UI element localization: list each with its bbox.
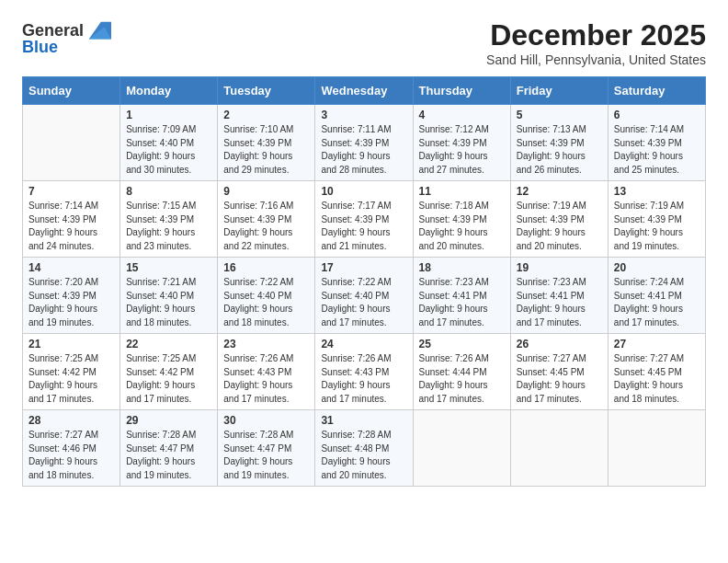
- day-number: 15: [126, 261, 211, 274]
- day-info: Sunrise: 7:22 AMSunset: 4:40 PMDaylight:…: [223, 276, 309, 329]
- day-cell: 21Sunrise: 7:25 AMSunset: 4:42 PMDayligh…: [23, 334, 120, 410]
- day-cell: 17Sunrise: 7:22 AMSunset: 4:40 PMDayligh…: [315, 258, 413, 334]
- day-cell: 2Sunrise: 7:10 AMSunset: 4:39 PMDaylight…: [218, 105, 315, 181]
- day-cell: 3Sunrise: 7:11 AMSunset: 4:39 PMDaylight…: [315, 105, 413, 181]
- week-row-2: 7Sunrise: 7:14 AMSunset: 4:39 PMDaylight…: [23, 181, 706, 258]
- day-number: 2: [223, 109, 309, 121]
- day-info: Sunrise: 7:28 AMSunset: 4:47 PMDaylight:…: [126, 429, 211, 482]
- day-info: Sunrise: 7:21 AMSunset: 4:40 PMDaylight:…: [126, 276, 211, 329]
- day-cell: [510, 410, 608, 487]
- day-info: Sunrise: 7:22 AMSunset: 4:40 PMDaylight:…: [321, 276, 406, 329]
- weekday-header-tuesday: Tuesday: [218, 77, 315, 105]
- day-info: Sunrise: 7:09 AMSunset: 4:40 PMDaylight:…: [126, 123, 211, 177]
- day-number: 12: [517, 185, 602, 198]
- day-cell: 19Sunrise: 7:23 AMSunset: 4:41 PMDayligh…: [510, 258, 608, 334]
- month-title: December 2025: [486, 18, 706, 52]
- day-cell: 28Sunrise: 7:27 AMSunset: 4:46 PMDayligh…: [23, 410, 120, 487]
- day-cell: 7Sunrise: 7:14 AMSunset: 4:39 PMDaylight…: [23, 181, 120, 258]
- logo: General Blue: [22, 18, 111, 57]
- day-cell: 10Sunrise: 7:17 AMSunset: 4:39 PMDayligh…: [315, 181, 413, 258]
- day-info: Sunrise: 7:26 AMSunset: 4:44 PMDaylight:…: [419, 352, 505, 406]
- day-cell: 11Sunrise: 7:18 AMSunset: 4:39 PMDayligh…: [413, 181, 510, 258]
- day-number: 10: [321, 185, 406, 198]
- day-cell: 29Sunrise: 7:28 AMSunset: 4:47 PMDayligh…: [120, 410, 218, 487]
- day-number: 6: [614, 109, 700, 121]
- day-number: 17: [321, 261, 406, 274]
- day-number: 18: [419, 261, 505, 274]
- day-number: 9: [223, 185, 309, 198]
- weekday-header-sunday: Sunday: [23, 77, 120, 105]
- weekday-header-wednesday: Wednesday: [315, 77, 413, 105]
- day-cell: 15Sunrise: 7:21 AMSunset: 4:40 PMDayligh…: [120, 258, 218, 334]
- day-cell: 12Sunrise: 7:19 AMSunset: 4:39 PMDayligh…: [510, 181, 608, 258]
- day-info: Sunrise: 7:28 AMSunset: 4:47 PMDaylight:…: [223, 429, 309, 482]
- day-cell: 9Sunrise: 7:16 AMSunset: 4:39 PMDaylight…: [218, 181, 315, 258]
- day-cell: 22Sunrise: 7:25 AMSunset: 4:42 PMDayligh…: [120, 334, 218, 410]
- day-cell: 30Sunrise: 7:28 AMSunset: 4:47 PMDayligh…: [218, 410, 315, 487]
- day-number: 4: [419, 109, 505, 121]
- day-cell: 1Sunrise: 7:09 AMSunset: 4:40 PMDaylight…: [120, 105, 218, 181]
- day-number: 11: [419, 185, 505, 198]
- day-number: 27: [614, 338, 700, 350]
- day-info: Sunrise: 7:10 AMSunset: 4:39 PMDaylight:…: [223, 123, 309, 177]
- day-info: Sunrise: 7:19 AMSunset: 4:39 PMDaylight:…: [614, 200, 700, 253]
- day-info: Sunrise: 7:24 AMSunset: 4:41 PMDaylight:…: [614, 276, 700, 329]
- day-info: Sunrise: 7:28 AMSunset: 4:48 PMDaylight:…: [321, 429, 406, 482]
- day-number: 26: [517, 338, 602, 350]
- day-cell: 14Sunrise: 7:20 AMSunset: 4:39 PMDayligh…: [23, 258, 120, 334]
- day-info: Sunrise: 7:14 AMSunset: 4:39 PMDaylight:…: [28, 200, 114, 253]
- day-info: Sunrise: 7:14 AMSunset: 4:39 PMDaylight:…: [614, 123, 700, 177]
- day-number: 19: [517, 261, 602, 274]
- day-cell: [23, 105, 120, 181]
- day-info: Sunrise: 7:20 AMSunset: 4:39 PMDaylight:…: [28, 276, 114, 329]
- day-cell: 27Sunrise: 7:27 AMSunset: 4:45 PMDayligh…: [608, 334, 705, 410]
- weekday-header-friday: Friday: [510, 77, 608, 105]
- day-number: 8: [126, 185, 211, 198]
- day-cell: 4Sunrise: 7:12 AMSunset: 4:39 PMDaylight…: [413, 105, 510, 181]
- day-info: Sunrise: 7:27 AMSunset: 4:45 PMDaylight:…: [614, 352, 700, 406]
- day-info: Sunrise: 7:26 AMSunset: 4:43 PMDaylight:…: [223, 352, 309, 406]
- week-row-3: 14Sunrise: 7:20 AMSunset: 4:39 PMDayligh…: [23, 258, 706, 334]
- day-cell: 24Sunrise: 7:26 AMSunset: 4:43 PMDayligh…: [315, 334, 413, 410]
- day-info: Sunrise: 7:18 AMSunset: 4:39 PMDaylight:…: [419, 200, 505, 253]
- calendar: SundayMondayTuesdayWednesdayThursdayFrid…: [22, 76, 706, 487]
- day-cell: 20Sunrise: 7:24 AMSunset: 4:41 PMDayligh…: [608, 258, 705, 334]
- day-number: 3: [321, 109, 406, 121]
- day-number: 31: [321, 414, 406, 427]
- day-info: Sunrise: 7:17 AMSunset: 4:39 PMDaylight:…: [321, 200, 406, 253]
- day-number: 24: [321, 338, 406, 350]
- day-info: Sunrise: 7:15 AMSunset: 4:39 PMDaylight:…: [126, 200, 211, 253]
- location-title: Sand Hill, Pennsylvania, United States: [486, 52, 706, 67]
- day-cell: 5Sunrise: 7:13 AMSunset: 4:39 PMDaylight…: [510, 105, 608, 181]
- day-cell: 13Sunrise: 7:19 AMSunset: 4:39 PMDayligh…: [608, 181, 705, 258]
- day-number: 7: [28, 185, 114, 198]
- weekday-header-saturday: Saturday: [608, 77, 705, 105]
- day-number: 14: [28, 261, 114, 274]
- day-cell: [608, 410, 705, 487]
- day-cell: 31Sunrise: 7:28 AMSunset: 4:48 PMDayligh…: [315, 410, 413, 487]
- week-row-1: 1Sunrise: 7:09 AMSunset: 4:40 PMDaylight…: [23, 105, 706, 181]
- day-info: Sunrise: 7:13 AMSunset: 4:39 PMDaylight:…: [517, 123, 602, 177]
- week-row-5: 28Sunrise: 7:27 AMSunset: 4:46 PMDayligh…: [23, 410, 706, 487]
- day-cell: 25Sunrise: 7:26 AMSunset: 4:44 PMDayligh…: [413, 334, 510, 410]
- header: General Blue December 2025 Sand Hill, Pe…: [22, 18, 706, 67]
- day-info: Sunrise: 7:23 AMSunset: 4:41 PMDaylight:…: [419, 276, 505, 329]
- day-number: 16: [223, 261, 309, 274]
- weekday-header-row: SundayMondayTuesdayWednesdayThursdayFrid…: [23, 77, 706, 105]
- day-number: 29: [126, 414, 211, 427]
- day-info: Sunrise: 7:26 AMSunset: 4:43 PMDaylight:…: [321, 352, 406, 406]
- week-row-4: 21Sunrise: 7:25 AMSunset: 4:42 PMDayligh…: [23, 334, 706, 410]
- day-cell: 6Sunrise: 7:14 AMSunset: 4:39 PMDaylight…: [608, 105, 705, 181]
- day-cell: 16Sunrise: 7:22 AMSunset: 4:40 PMDayligh…: [218, 258, 315, 334]
- day-cell: [413, 410, 510, 487]
- title-area: December 2025 Sand Hill, Pennsylvania, U…: [486, 18, 706, 67]
- weekday-header-thursday: Thursday: [413, 77, 510, 105]
- day-number: 1: [126, 109, 211, 121]
- day-info: Sunrise: 7:19 AMSunset: 4:39 PMDaylight:…: [517, 200, 602, 253]
- day-number: 25: [419, 338, 505, 350]
- day-cell: 26Sunrise: 7:27 AMSunset: 4:45 PMDayligh…: [510, 334, 608, 410]
- day-info: Sunrise: 7:12 AMSunset: 4:39 PMDaylight:…: [419, 123, 505, 177]
- logo-icon: [85, 18, 111, 44]
- day-number: 30: [223, 414, 309, 427]
- day-info: Sunrise: 7:11 AMSunset: 4:39 PMDaylight:…: [321, 123, 406, 177]
